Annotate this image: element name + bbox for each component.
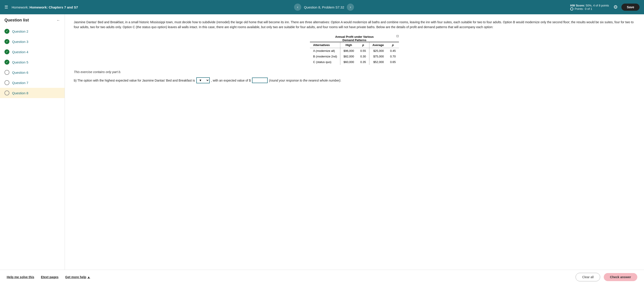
homework-label: Homework:	[12, 5, 28, 9]
check-icon: ✓	[4, 29, 10, 34]
cell-p2: 0.45	[387, 48, 399, 54]
cell-p2: 0.70	[387, 54, 399, 59]
question-nav: ‹ Question 8, Problem S7.32 ›	[294, 3, 354, 11]
answer-text-middle: , with an expected value of $	[211, 77, 251, 84]
profit-table: Annual Profit under Various Demand Patte…	[310, 34, 399, 65]
sidebar-item-label: Question 4	[12, 50, 28, 54]
sidebar-item-question-5[interactable]: ✓Question 5	[0, 57, 64, 67]
sidebar: Question list ← ✓Question 2✓Question 3✓Q…	[0, 14, 65, 270]
cell-alt: C (status quo)	[310, 59, 340, 65]
sidebar-item-question-4[interactable]: ✓Question 4	[0, 47, 64, 57]
problem-text: Jasmine Dantas' Bed and Breakfast, in a …	[74, 20, 635, 30]
get-more-help-icon: ▲	[87, 275, 90, 279]
cell-p1: 0.30	[357, 54, 369, 59]
table-title-line2: Demand Patterns	[310, 38, 399, 42]
sidebar-item-label: Question 6	[12, 71, 28, 74]
col-p1: p	[357, 42, 369, 48]
menu-icon[interactable]: ☰	[4, 5, 8, 9]
cell-high: $82,000	[340, 54, 357, 59]
cell-p1: 0.35	[357, 59, 369, 65]
check-icon: ✓	[4, 49, 10, 54]
sidebar-item-question-2[interactable]: ✓Question 2	[0, 26, 64, 36]
clear-all-button[interactable]: Clear all	[576, 273, 600, 281]
check-icon: ✓	[4, 60, 10, 65]
points-label: Points:	[575, 7, 584, 10]
content-area: Jasmine Dantas' Bed and Breakfast, in a …	[65, 14, 644, 270]
points-circle-icon	[570, 7, 573, 10]
bottom-right: Clear all Check answer	[576, 273, 637, 281]
cell-p2: 0.65	[387, 59, 399, 65]
cell-high: $60,000	[340, 59, 357, 65]
table-row: A (modernize all) $96,000 0.55 $25,000 0…	[310, 48, 399, 54]
answer-text-after: (round your response to the nearest whol…	[269, 77, 341, 84]
expand-table-button[interactable]: ⊡	[396, 34, 399, 38]
next-question-button[interactable]: ›	[347, 3, 354, 11]
sidebar-title: Question list	[4, 18, 29, 22]
bottom-bar: Help me solve this Etext pages Get more …	[0, 270, 644, 284]
cell-avg: $25,000	[369, 48, 387, 54]
prev-question-button[interactable]: ‹	[294, 3, 301, 11]
save-button[interactable]: Save	[622, 3, 640, 11]
cell-p1: 0.55	[357, 48, 369, 54]
col-average: Average	[369, 42, 387, 48]
col-alternatives: Alternatives	[310, 42, 340, 48]
points-row: Points: 0 of 1	[570, 7, 609, 10]
check-answer-button[interactable]: Check answer	[604, 273, 637, 281]
sidebar-item-question-3[interactable]: ✓Question 3	[0, 36, 64, 47]
hw-score-value: 50%, 4 of 8 points	[586, 4, 609, 7]
question-title: Question 8, Problem S7.32	[304, 5, 344, 9]
circle-icon	[4, 90, 10, 95]
col-high: High	[340, 42, 357, 48]
score-section: HW Score: 50%, 4 of 8 points Points: 0 o…	[570, 4, 609, 10]
profit-table-section: ⊡ Annual Profit under Various Demand Pat…	[74, 34, 635, 65]
table-container: ⊡ Annual Profit under Various Demand Pat…	[310, 34, 399, 65]
homework-title: Homework: Chapters 7 and S7	[30, 5, 78, 9]
sidebar-item-question-7[interactable]: Question 7	[0, 77, 64, 88]
hw-score-row: HW Score: 50%, 4 of 8 points	[570, 4, 609, 7]
points-value: 0 of 1	[585, 7, 592, 10]
answer-section: b) The option with the highest expected …	[74, 77, 635, 84]
circle-icon	[4, 80, 10, 85]
table-row: B (modernize 2nd) $82,000 0.30 $75,000 0…	[310, 54, 399, 59]
table-row: C (status quo) $60,000 0.35 $52,000 0.65	[310, 59, 399, 65]
col-p2: p	[387, 42, 399, 48]
cell-avg: $75,000	[369, 54, 387, 59]
etext-pages-button[interactable]: Etext pages	[41, 275, 58, 279]
sidebar-collapse-button[interactable]: ←	[56, 18, 60, 22]
option-dropdown[interactable]: ▼ A B C	[196, 77, 210, 83]
expected-value-input[interactable]	[252, 77, 268, 83]
answer-text-before: b) The option with the highest expected …	[74, 77, 195, 84]
exercise-note: This exercise contains only part b.	[74, 70, 635, 74]
settings-gear-icon[interactable]: ⚙	[613, 4, 618, 10]
sidebar-header: Question list ←	[0, 18, 64, 26]
cell-high: $96,000	[340, 48, 357, 54]
cell-alt: B (modernize 2nd)	[310, 54, 340, 59]
hw-score-label: HW Score:	[570, 4, 585, 7]
sidebar-item-label: Question 5	[12, 60, 28, 64]
top-header: ☰ Homework: Homework: Chapters 7 and S7 …	[0, 0, 644, 14]
sidebar-item-question-8[interactable]: Question 8	[0, 88, 64, 98]
cell-alt: A (modernize all)	[310, 48, 340, 54]
sidebar-item-question-6[interactable]: Question 6	[0, 67, 64, 77]
check-icon: ✓	[4, 39, 10, 44]
sidebar-item-label: Question 7	[12, 81, 28, 85]
sidebar-item-label: Question 3	[12, 40, 28, 43]
get-more-help-button[interactable]: Get more help ▲	[65, 275, 90, 279]
circle-icon	[4, 70, 10, 75]
sidebar-item-label: Question 8	[12, 91, 28, 95]
cell-avg: $52,000	[369, 59, 387, 65]
help-solve-button[interactable]: Help me solve this	[7, 275, 34, 279]
get-more-help-label: Get more help	[65, 275, 86, 279]
main-layout: Question list ← ✓Question 2✓Question 3✓Q…	[0, 14, 644, 270]
table-title-line1: Annual Profit under Various	[310, 35, 399, 38]
sidebar-item-label: Question 2	[12, 29, 28, 33]
